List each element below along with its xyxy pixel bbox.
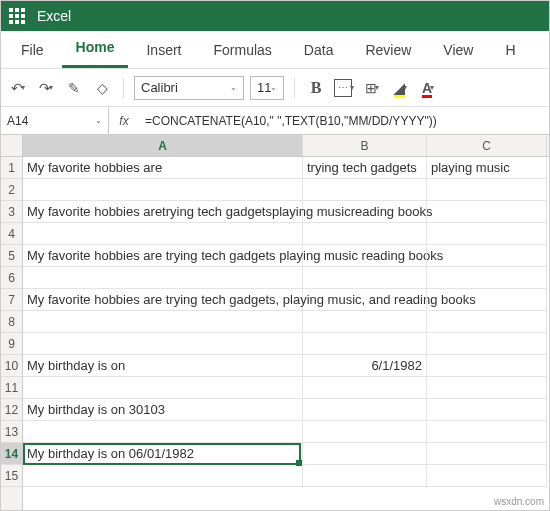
app-launcher-icon[interactable] [9,8,25,24]
borders-button[interactable]: ⊞▾ [361,77,383,99]
cell-C8[interactable] [427,311,547,333]
format-painter-button[interactable]: ✎ [63,77,85,99]
clear-button[interactable]: ◇ [91,77,113,99]
row-header-5[interactable]: 5 [1,245,22,267]
cell-C7[interactable] [427,289,547,311]
menu-review[interactable]: Review [351,34,425,68]
cell-B11[interactable] [303,377,427,399]
cell-B5[interactable] [303,245,427,267]
select-all-corner[interactable] [1,135,22,157]
cell-A4[interactable] [23,223,303,245]
cell-B15[interactable] [303,465,427,487]
cell-A15[interactable] [23,465,303,487]
row-header-3[interactable]: 3 [1,201,22,223]
cell-B14[interactable] [303,443,427,465]
menu-home[interactable]: Home [62,31,129,68]
col-header-A[interactable]: A [23,135,303,156]
font-size-select[interactable]: 11⌄ [250,76,284,100]
cell-A7[interactable]: My favorite hobbies are trying tech gadg… [23,289,303,311]
chevron-down-icon: ⌄ [95,116,102,125]
cell-B12[interactable] [303,399,427,421]
cell-B2[interactable] [303,179,427,201]
cell-B8[interactable] [303,311,427,333]
row-header-6[interactable]: 6 [1,267,22,289]
cell-A11[interactable] [23,377,303,399]
bucket-icon: ◢ [394,80,405,96]
cell-A10[interactable]: My birthday is on [23,355,303,377]
row-header-9[interactable]: 9 [1,333,22,355]
cell-C6[interactable] [427,267,547,289]
font-name-value: Calibri [141,80,178,95]
cell-B9[interactable] [303,333,427,355]
cell-C1[interactable]: playing music [427,157,547,179]
row-header-2[interactable]: 2 [1,179,22,201]
chevron-down-icon: ▾ [350,83,354,92]
font-name-select[interactable]: Calibri⌄ [134,76,244,100]
cell-C12[interactable] [427,399,547,421]
menu-formulas[interactable]: Formulas [199,34,285,68]
cell-C4[interactable] [427,223,547,245]
cell-B3[interactable] [303,201,427,223]
cells-area[interactable]: My favorite hobbies aretrying tech gadge… [23,157,549,487]
cell-B13[interactable] [303,421,427,443]
cell-A6[interactable] [23,267,303,289]
cell-A1[interactable]: My favorite hobbies are [23,157,303,179]
row-header-4[interactable]: 4 [1,223,22,245]
row-header-13[interactable]: 13 [1,421,22,443]
cell-C5[interactable] [427,245,547,267]
watermark: wsxdn.com [494,496,544,507]
more-font-button[interactable]: ⋯▾ [333,77,355,99]
formula-bar-row: A14⌄ fx =CONCATENATE(A10," ",TEXT(B10,"M… [1,107,549,135]
chevron-down-icon: ▾ [21,83,25,92]
fill-color-button[interactable]: ◢▾ [389,77,411,99]
cell-C15[interactable] [427,465,547,487]
menu-data[interactable]: Data [290,34,348,68]
fx-icon[interactable]: fx [109,114,139,128]
bold-button[interactable]: B [305,77,327,99]
cell-C3[interactable] [427,201,547,223]
cell-A12[interactable]: My birthday is on 30103 [23,399,303,421]
cell-B4[interactable] [303,223,427,245]
cell-C14[interactable] [427,443,547,465]
row-header-8[interactable]: 8 [1,311,22,333]
cell-A2[interactable] [23,179,303,201]
cell-C2[interactable] [427,179,547,201]
row-header-10[interactable]: 10 [1,355,22,377]
row-header-14[interactable]: 14 [1,443,22,465]
row-header-11[interactable]: 11 [1,377,22,399]
name-box[interactable]: A14⌄ [1,107,109,134]
cell-C10[interactable] [427,355,547,377]
cell-A8[interactable] [23,311,303,333]
col-header-B[interactable]: B [303,135,427,156]
menu-view[interactable]: View [429,34,487,68]
redo-button[interactable]: ↷▾ [35,77,57,99]
cell-A3[interactable]: My favorite hobbies aretrying tech gadge… [23,201,303,223]
cell-A13[interactable] [23,421,303,443]
name-box-value: A14 [7,114,28,128]
cell-B10[interactable]: 6/1/1982 [303,355,427,377]
cell-B6[interactable] [303,267,427,289]
cell-C11[interactable] [427,377,547,399]
undo-button[interactable]: ↶▾ [7,77,29,99]
chevron-down-icon: ⌄ [270,83,277,92]
cell-B1[interactable]: trying tech gadgets [303,157,427,179]
menu-file[interactable]: File [7,34,58,68]
menu-more[interactable]: H [491,34,529,68]
formula-bar[interactable]: =CONCATENATE(A10," ",TEXT(B10,"MM/DD/YYY… [139,114,549,128]
brush-icon: ✎ [68,80,80,96]
row-header-7[interactable]: 7 [1,289,22,311]
row-header-1[interactable]: 1 [1,157,22,179]
chevron-down-icon: ⌄ [230,83,237,92]
font-color-button[interactable]: A▾ [417,77,439,99]
cell-A14[interactable]: My birthday is on 06/01/1982 [23,443,303,465]
row-header-15[interactable]: 15 [1,465,22,487]
cell-C9[interactable] [427,333,547,355]
row-header-12[interactable]: 12 [1,399,22,421]
row-headers: 1 2 3 4 5 6 7 8 9 10 11 12 13 14 15 [1,135,23,511]
cell-A9[interactable] [23,333,303,355]
cell-C13[interactable] [427,421,547,443]
col-header-C[interactable]: C [427,135,547,156]
cell-A5[interactable]: My favorite hobbies are trying tech gadg… [23,245,303,267]
cell-B7[interactable] [303,289,427,311]
menu-insert[interactable]: Insert [132,34,195,68]
